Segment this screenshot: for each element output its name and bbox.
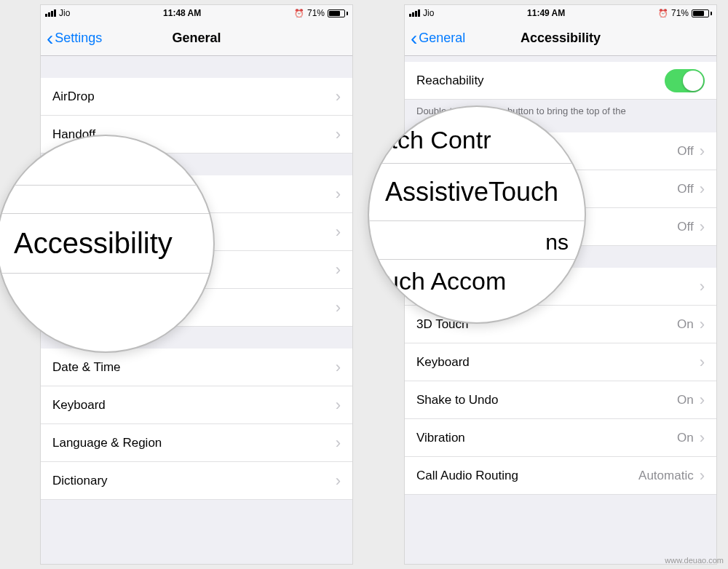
cell-shake-undo[interactable]: Shake to Undo On › bbox=[405, 381, 716, 419]
back-button[interactable]: ‹ General bbox=[405, 28, 465, 49]
carrier-label: Jio bbox=[423, 8, 434, 18]
clock-label: 11:49 AM bbox=[527, 8, 565, 18]
zoom-main-label: AssistiveTouch bbox=[369, 164, 585, 221]
cell-label: Vibration bbox=[416, 431, 465, 445]
chevron-right-icon: › bbox=[336, 87, 341, 106]
cell-value: On bbox=[677, 393, 694, 407]
nav-bar: ‹ Settings General bbox=[41, 21, 352, 56]
back-label: General bbox=[419, 31, 465, 46]
cell-keyboard[interactable]: Keyboard › bbox=[405, 343, 716, 381]
battery-icon bbox=[328, 9, 348, 17]
cell-value: On bbox=[677, 431, 694, 445]
status-right: ⏰ 71% bbox=[294, 8, 348, 18]
cell-reachability[interactable]: Reachability bbox=[405, 62, 716, 100]
watermark: www.deuao.com bbox=[665, 556, 724, 565]
status-right: ⏰ 71% bbox=[658, 8, 712, 18]
nav-bar: ‹ General Accessibility bbox=[405, 21, 716, 56]
cell-vibration[interactable]: Vibration On › bbox=[405, 419, 716, 457]
section-gap bbox=[405, 56, 716, 62]
chevron-right-icon: › bbox=[700, 180, 705, 199]
chevron-right-icon: › bbox=[336, 471, 341, 490]
chevron-right-icon: › bbox=[336, 185, 341, 204]
chevron-right-icon: › bbox=[700, 315, 705, 334]
cell-label: Keyboard bbox=[52, 398, 106, 413]
cell-label: AirDrop bbox=[52, 89, 95, 104]
alarm-icon: ⏰ bbox=[294, 9, 304, 18]
back-label: Settings bbox=[55, 31, 102, 46]
cell-value: Off bbox=[677, 182, 693, 196]
chevron-left-icon: ‹ bbox=[47, 28, 53, 49]
battery-pct: 71% bbox=[307, 8, 325, 18]
chevron-right-icon: › bbox=[336, 223, 341, 242]
cell-airdrop[interactable]: AirDrop › bbox=[41, 78, 352, 116]
chevron-right-icon: › bbox=[700, 218, 705, 236]
cell-call-audio-routing[interactable]: Call Audio Routing Automatic › bbox=[405, 457, 716, 495]
signal-icon bbox=[45, 9, 56, 17]
chevron-right-icon: › bbox=[336, 298, 341, 317]
cell-label: Date & Time bbox=[52, 360, 121, 375]
cell-label: Reachability bbox=[416, 73, 484, 88]
battery-pct: 71% bbox=[671, 8, 689, 18]
chevron-right-icon: › bbox=[700, 391, 705, 410]
back-button[interactable]: ‹ Settings bbox=[41, 28, 102, 49]
zoom-lens-accessibility: Accessibility bbox=[0, 135, 215, 353]
clock-label: 11:48 AM bbox=[163, 8, 201, 18]
cell-value: Off bbox=[677, 220, 693, 234]
chevron-right-icon: › bbox=[336, 260, 341, 279]
chevron-right-icon: › bbox=[336, 396, 341, 415]
chevron-right-icon: › bbox=[700, 353, 705, 372]
cell-date-time[interactable]: Date & Time › bbox=[41, 349, 352, 386]
cell-label: Language & Region bbox=[52, 436, 162, 450]
cell-keyboard[interactable]: Keyboard › bbox=[41, 386, 352, 424]
section-gap bbox=[41, 56, 352, 78]
cell-value: Off bbox=[677, 144, 693, 159]
carrier-label: Jio bbox=[59, 8, 70, 18]
chevron-right-icon: › bbox=[700, 142, 705, 161]
alarm-icon: ⏰ bbox=[658, 9, 668, 18]
chevron-right-icon: › bbox=[700, 277, 705, 296]
zoom-mid-row: ns bbox=[369, 221, 585, 260]
status-bar: Jio 11:48 AM ⏰ 71% bbox=[41, 5, 352, 21]
cell-value: On bbox=[677, 317, 694, 332]
battery-icon bbox=[692, 9, 712, 17]
chevron-right-icon: › bbox=[336, 358, 341, 377]
chevron-left-icon: ‹ bbox=[411, 28, 417, 49]
cell-dictionary[interactable]: Dictionary › bbox=[41, 462, 352, 500]
cell-label: Call Audio Routing bbox=[416, 469, 518, 483]
chevron-right-icon: › bbox=[700, 466, 705, 485]
status-left: Jio bbox=[409, 8, 434, 18]
cell-value: Automatic bbox=[638, 469, 694, 483]
zoom-main-label: Accessibility bbox=[0, 214, 213, 274]
chevron-right-icon: › bbox=[336, 125, 341, 144]
reachability-toggle[interactable] bbox=[665, 69, 705, 92]
cell-label: Dictionary bbox=[52, 474, 108, 488]
chevron-right-icon: › bbox=[336, 434, 341, 453]
signal-icon bbox=[409, 9, 420, 17]
cell-label: Keyboard bbox=[416, 355, 470, 370]
chevron-right-icon: › bbox=[700, 429, 705, 447]
status-left: Jio bbox=[45, 8, 70, 18]
status-bar: Jio 11:49 AM ⏰ 71% bbox=[405, 5, 716, 21]
cell-language-region[interactable]: Language & Region › bbox=[41, 424, 352, 462]
zoom-lens-assistivetouch: itch Contr AssistiveTouch ns uch Accom bbox=[368, 106, 586, 324]
cell-label: Shake to Undo bbox=[416, 393, 498, 407]
